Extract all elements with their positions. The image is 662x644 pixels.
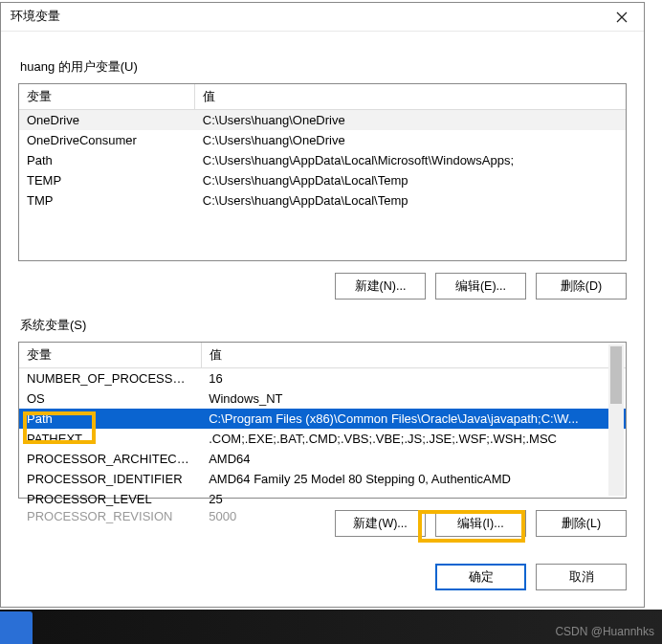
env-variables-dialog: 环境变量 huang 的用户变量(U) 变量 值 OneDriveC:\User…	[0, 2, 645, 608]
table-row[interactable]: PROCESSOR_ARCHITECTUREAMD64	[19, 449, 626, 469]
edit-user-button[interactable]: 编辑(E)...	[435, 273, 526, 300]
del-user-button[interactable]: 删除(D)	[536, 273, 627, 300]
sys-vars-table[interactable]: 变量 值 NUMBER_OF_PROCESSORS16 OSWindows_NT…	[18, 342, 627, 499]
close-button[interactable]	[600, 3, 644, 32]
table-row[interactable]: PROCESSOR_IDENTIFIERAMD64 Family 25 Mode…	[19, 469, 626, 489]
dialog-title: 环境变量	[11, 9, 60, 25]
table-row[interactable]: PathC:\Users\huang\AppData\Local\Microso…	[19, 150, 626, 170]
cancel-button[interactable]: 取消	[536, 564, 627, 590]
user-vars-label: huang 的用户变量(U)	[20, 58, 627, 76]
table-row[interactable]: PATHEXT.COM;.EXE;.BAT;.CMD;.VBS;.VBE;.JS…	[19, 429, 626, 449]
sys-vars-container: 变量 值 NUMBER_OF_PROCESSORS16 OSWindows_NT…	[18, 342, 627, 537]
titlebar: 环境变量	[1, 3, 644, 32]
table-row[interactable]: OneDriveConsumerC:\Users\huang\OneDrive	[19, 130, 626, 150]
scroll-thumb[interactable]	[610, 346, 622, 404]
new-user-button[interactable]: 新建(N)...	[335, 273, 426, 300]
table-row[interactable]: PROCESSOR_LEVEL25	[19, 489, 626, 509]
col-variable[interactable]: 变量	[19, 343, 201, 368]
sys-scrollbar[interactable]	[608, 344, 624, 496]
col-value[interactable]: 值	[201, 343, 626, 368]
dialog-body: huang 的用户变量(U) 变量 值 OneDriveC:\Users\hua…	[1, 32, 644, 602]
table-row[interactable]: TMPC:\Users\huang\AppData\Local\Temp	[19, 190, 626, 211]
table-row[interactable]: NUMBER_OF_PROCESSORS16	[19, 368, 626, 389]
user-vars-table[interactable]: 变量 值 OneDriveC:\Users\huang\OneDrive One…	[18, 83, 627, 261]
table-row[interactable]: PROCESSOR_REVISION5000	[19, 509, 626, 523]
close-icon	[616, 11, 628, 23]
table-row[interactable]: OneDriveC:\Users\huang\OneDrive	[19, 110, 626, 131]
confirm-buttons: 确定 取消	[18, 564, 627, 590]
sys-vars-label: 系统变量(S)	[20, 317, 627, 334]
col-value[interactable]: 值	[195, 84, 626, 110]
user-vars-buttons: 新建(N)... 编辑(E)... 删除(D)	[18, 273, 627, 300]
ok-button[interactable]: 确定	[435, 564, 526, 590]
watermark: CSDN @Huannhks	[555, 625, 654, 638]
table-row[interactable]: TEMPC:\Users\huang\AppData\Local\Temp	[19, 170, 626, 190]
table-row-selected[interactable]: PathC:\Program Files (x86)\Common Files\…	[19, 409, 626, 429]
table-row[interactable]: OSWindows_NT	[19, 389, 626, 409]
col-variable[interactable]: 变量	[19, 84, 195, 110]
